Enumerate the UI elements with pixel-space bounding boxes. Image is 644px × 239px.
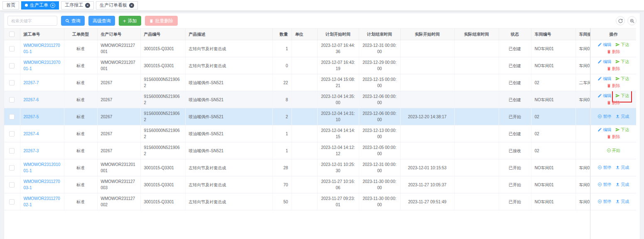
cell-actual_start: 2023-11-27 09:51:49 [400,193,454,210]
delete-action-button[interactable]: 删除 [607,83,620,89]
refresh-button[interactable] [616,16,625,25]
delete-action-button[interactable]: 删除 [607,134,620,140]
table-row: 20267-7标准2026791S60000N5219062喷油嘴偶件-SN52… [4,74,636,91]
cell-production_order_no: WMOWOR231207001 [97,57,140,74]
add-button[interactable]: + 添加 [119,16,141,26]
advanced-search-button-label: 高级查询 [93,18,111,24]
pause-icon [597,114,602,119]
work-order-link[interactable]: WMOWOR231127003-1 [24,179,60,190]
edit-action-button[interactable]: 编辑 [597,41,611,48]
cell-order_no: 20267-3 [20,142,64,159]
edit-action-button[interactable]: 编辑 [597,93,611,99]
work-order-link[interactable]: 20267-4 [24,132,39,136]
row-checkbox[interactable] [9,63,15,68]
row-checkbox[interactable] [9,165,15,171]
row-checkbox[interactable] [9,131,15,137]
delete-action-button[interactable]: 删除 [607,49,620,55]
row-checkbox[interactable] [9,114,15,120]
work-order-link[interactable]: WMOWOR231127002-1 [24,196,60,207]
issue-action-button[interactable]: 下达 [615,127,629,133]
complete-action-button[interactable]: 完成 [615,181,629,188]
work-order-link[interactable]: 20267-6 [24,98,39,102]
cell-actual_end [454,142,499,159]
work-order-link[interactable]: WMOWOR231127001-1 [24,43,60,54]
cell-order_no: WMOWOR231207001-1 [20,57,64,74]
cell-unit [291,74,317,91]
issue-action-button[interactable]: 下达 [615,59,629,65]
advanced-search-button[interactable]: 高级查询 [88,16,115,26]
cell-plan_end: 2023-12-06 00:00:00 [359,108,400,125]
row-checkbox[interactable] [9,46,15,51]
row-checkbox[interactable] [9,97,15,102]
tab-3[interactable]: 生产订单看板× [96,1,138,10]
issue-action-label: 下达 [621,127,629,133]
cell-product_desc: 喷油嘴偶件-SN521 [185,125,272,142]
cell-actions: 暂停完成 [590,159,636,176]
delete-action-button[interactable]: 删除 [607,100,620,106]
delete-action-label: 删除 [612,83,620,89]
edit-action-button[interactable]: 编辑 [597,76,611,82]
select-all-checkbox[interactable] [9,32,15,37]
work-order-link[interactable]: 20267-5 [24,115,39,119]
row-checkbox[interactable] [9,182,15,188]
cell-production_order_no: WMOWOR231201001 [97,159,140,176]
tab-label: 首页 [6,2,15,8]
tab-close-icon[interactable]: × [129,3,134,8]
cell-status: 已创建 [499,125,531,142]
tab-0[interactable]: 首页 [2,1,19,10]
pause-action-button[interactable]: 暂停 [597,113,611,120]
cell-product_code: 3001015-Q3301 [140,193,185,210]
cell-actual_start: 2023-11-27 10:05:37 [400,176,454,193]
cell-check [4,57,20,74]
issue-action-button[interactable]: 下达 [615,93,629,99]
zoom-button[interactable] [627,16,637,25]
cell-actual_start [400,125,454,142]
cell-workshop_desc: 车间01 [575,40,590,57]
cell-order_no: WMOWOR231127002-1 [20,193,64,210]
row-checkbox[interactable] [9,199,15,205]
tab-close-icon[interactable]: × [50,3,55,8]
cell-actual_start [400,40,454,57]
cell-product_code: 91S60000N5219062 [140,125,185,142]
trash-icon [607,83,611,88]
cell-check [4,74,20,91]
tab-1[interactable]: 生产工单× [21,1,59,10]
edit-action-button[interactable]: 编辑 [597,127,611,133]
row-checkbox[interactable] [9,80,15,85]
complete-action-button[interactable]: 完成 [615,113,629,120]
send-icon [615,42,620,47]
work-order-link[interactable]: WMOWOR231207001-1 [24,60,61,71]
work-order-link[interactable]: 20267-3 [24,149,39,153]
cell-production_order_no: WMOWOR231127003 [97,176,140,193]
trash-icon [607,100,611,105]
tab-close-icon[interactable]: × [85,3,90,8]
start-action-button[interactable]: 开始 [607,147,620,154]
cell-product_desc: 喷油嘴偶件-SN521 [185,142,272,159]
cell-plan_start: 2023-12-04 14:12:12 [317,142,359,159]
tab-label: 工序报工 [65,2,83,8]
pause-action-button[interactable]: 暂停 [597,198,611,205]
edit-action-button[interactable]: 编辑 [597,59,611,65]
edit-action-label: 编辑 [603,76,611,82]
cell-plan_start: 2023-12-04 15:08:21 [317,74,359,91]
issue-action-button[interactable]: 下达 [615,41,629,48]
header-select-all [4,29,20,40]
search-input[interactable] [7,16,57,26]
search-icon [65,19,70,23]
batch-delete-button[interactable]: 批量删除 [145,16,178,26]
complete-action-button[interactable]: 完成 [615,198,629,205]
issue-action-button[interactable]: 下达 [615,76,629,82]
work-order-link[interactable]: WMOWOR231201001-1 [24,162,61,173]
delete-action-button[interactable]: 删除 [607,66,620,72]
pause-action-button[interactable]: 暂停 [597,164,611,171]
table-row: 20267-5标准2026791S60000N5219062喷油嘴偶件-SN52… [4,108,636,125]
work-order-link[interactable]: 20267-7 [24,80,39,85]
search-button[interactable]: 查询 [61,16,85,26]
cell-workshop_code: 02 [531,108,575,125]
complete-action-button[interactable]: 完成 [615,164,629,171]
tab-2[interactable]: 工序报工× [61,1,94,10]
row-checkbox[interactable] [9,148,15,154]
pause-action-button[interactable]: 暂停 [597,181,611,188]
cell-status: 已创建 [499,40,531,57]
cell-actions: 暂停完成 [590,193,636,210]
